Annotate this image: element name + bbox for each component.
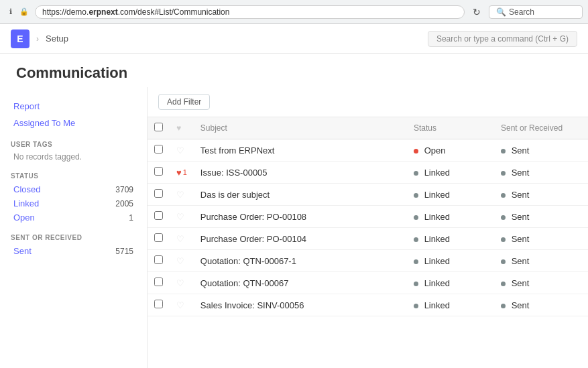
sent-received-section-label: SENT OR RECEIVED bbox=[11, 234, 136, 241]
sidebar-status-item[interactable]: Closed3709 bbox=[11, 182, 136, 196]
app-navbar: E › Setup Search or type a command (Ctrl… bbox=[0, 24, 588, 54]
header-sent-received: Sent or Received bbox=[494, 117, 588, 139]
sidebar-status-item[interactable]: Linked2005 bbox=[11, 196, 136, 210]
row-checkbox-cell bbox=[148, 272, 170, 294]
status-text: Linked bbox=[424, 212, 450, 222]
row-checkbox[interactable] bbox=[154, 233, 163, 242]
sent-dot bbox=[501, 215, 506, 220]
sidebar-item-report[interactable]: Report bbox=[11, 98, 136, 115]
status-dot bbox=[414, 237, 418, 242]
heart-icon[interactable]: ♡ bbox=[176, 256, 184, 266]
heart-icon[interactable]: ♡ bbox=[176, 212, 184, 222]
browser-search-box[interactable]: 🔍 Search bbox=[489, 5, 583, 19]
status-text: Linked bbox=[424, 168, 450, 178]
sent-dot bbox=[501, 282, 506, 286]
heart-icon[interactable]: ♡ bbox=[176, 234, 184, 244]
row-checkbox-cell bbox=[148, 206, 170, 228]
page-header: Communication bbox=[0, 54, 588, 87]
row-checkbox-cell bbox=[148, 228, 170, 250]
row-checkbox[interactable] bbox=[154, 167, 163, 176]
status-dot bbox=[414, 171, 418, 176]
subject-link[interactable]: Purchase Order: PO-00104 bbox=[200, 234, 306, 244]
row-status-cell: Linked bbox=[407, 250, 494, 272]
row-sent-cell: Sent bbox=[494, 184, 588, 206]
subject-link[interactable]: Sales Invoice: SINV-00056 bbox=[200, 300, 304, 310]
sidebar-item-assigned-to-me[interactable]: Assigned To Me bbox=[11, 115, 136, 131]
heart-icon[interactable]: ♥ bbox=[176, 168, 182, 178]
heart-badge[interactable]: ♥1 bbox=[176, 168, 187, 178]
main-content: Add Filter ♥ Subject Sta bbox=[148, 87, 588, 368]
user-tags-section-label: USER TAGS bbox=[11, 141, 136, 148]
sent-dot bbox=[501, 259, 506, 264]
lock-icon: 🔒 bbox=[19, 7, 30, 17]
address-bar[interactable]: https://demo.erpnext.com/desk#List/Commu… bbox=[35, 5, 465, 19]
heart-icon[interactable]: ♡ bbox=[176, 278, 184, 288]
sent-text: Sent bbox=[512, 234, 530, 244]
row-checkbox[interactable] bbox=[154, 255, 163, 264]
app-logo[interactable]: E bbox=[11, 29, 30, 48]
status-text: Linked bbox=[424, 300, 450, 310]
refresh-button[interactable]: ↻ bbox=[470, 7, 483, 17]
sent-dot bbox=[501, 171, 506, 176]
subject-link[interactable]: Das is der subject bbox=[200, 190, 270, 200]
table-row: ♡ Quotation: QTN-00067-1 Linked Sent bbox=[148, 250, 588, 272]
row-checkbox[interactable] bbox=[154, 189, 163, 198]
row-checkbox[interactable] bbox=[154, 211, 163, 220]
table-wrapper: ♥ Subject Status Sent or Received ♡ T bbox=[148, 117, 588, 368]
row-subject-cell: Quotation: QTN-00067 bbox=[194, 272, 407, 294]
row-status-cell: Linked bbox=[407, 228, 494, 250]
row-sent-cell: Sent bbox=[494, 228, 588, 250]
row-status-cell: Linked bbox=[407, 294, 494, 316]
row-heart-cell: ♡ bbox=[170, 272, 194, 294]
search-icon: 🔍 bbox=[496, 7, 506, 17]
status-dot bbox=[414, 215, 418, 220]
info-icon: ℹ bbox=[5, 7, 16, 17]
row-checkbox[interactable] bbox=[154, 145, 163, 154]
sidebar-status-item[interactable]: Open1 bbox=[11, 210, 136, 225]
row-sent-cell: Sent bbox=[494, 294, 588, 316]
heart-icon[interactable]: ♡ bbox=[176, 190, 184, 200]
row-checkbox[interactable] bbox=[154, 278, 163, 286]
row-sent-cell: Sent bbox=[494, 206, 588, 228]
url-text: https://demo.erpnext.com/desk#List/Commu… bbox=[42, 7, 229, 17]
sent-text: Sent bbox=[512, 212, 530, 222]
sent-dot bbox=[501, 304, 506, 308]
subject-link[interactable]: Test from ERPNext bbox=[200, 145, 275, 156]
sidebar-status-label: Closed bbox=[13, 184, 40, 194]
subject-link[interactable]: Quotation: QTN-00067 bbox=[200, 278, 289, 288]
subject-link[interactable]: Issue: ISS-00005 bbox=[200, 168, 268, 178]
sidebar-sent-received-item[interactable]: Sent5715 bbox=[11, 244, 136, 258]
sent-dot bbox=[501, 237, 506, 242]
sidebar-status-count: 3709 bbox=[115, 185, 133, 194]
sent-text: Sent bbox=[512, 278, 530, 288]
heart-icon[interactable]: ♡ bbox=[176, 145, 184, 156]
row-status-cell: Linked bbox=[407, 162, 494, 184]
row-heart-cell: ♡ bbox=[170, 294, 194, 316]
row-status-cell: Linked bbox=[407, 184, 494, 206]
row-checkbox-cell bbox=[148, 139, 170, 162]
app-search-bar[interactable]: Search or type a command (Ctrl + G) bbox=[428, 31, 577, 47]
status-text: Linked bbox=[424, 190, 450, 200]
row-subject-cell: Das is der subject bbox=[194, 184, 407, 206]
sidebar-status-label: Open bbox=[13, 212, 35, 223]
table-row: ♡ Test from ERPNext Open Sent bbox=[148, 139, 588, 162]
browser-chrome: ℹ 🔒 https://demo.erpnext.com/desk#List/C… bbox=[0, 0, 588, 24]
table-row: ♥1 Issue: ISS-00005 Linked Sent bbox=[148, 162, 588, 184]
select-all-checkbox[interactable] bbox=[154, 123, 163, 131]
row-checkbox[interactable] bbox=[154, 300, 163, 308]
subject-link[interactable]: Quotation: QTN-00067-1 bbox=[200, 256, 296, 266]
subject-link[interactable]: Purchase Order: PO-00108 bbox=[200, 212, 306, 222]
table-row: ♡ Purchase Order: PO-00104 Linked Sent bbox=[148, 228, 588, 250]
heart-icon[interactable]: ♡ bbox=[176, 300, 184, 310]
filter-bar: Add Filter bbox=[148, 87, 588, 117]
add-filter-button[interactable]: Add Filter bbox=[158, 94, 210, 110]
like-count: 1 bbox=[183, 168, 187, 176]
header-checkbox-col bbox=[148, 117, 170, 139]
breadcrumb-setup[interactable]: Setup bbox=[46, 34, 68, 44]
table-row: ♡ Das is der subject Linked Sent bbox=[148, 184, 588, 206]
row-heart-cell: ♡ bbox=[170, 139, 194, 162]
sent-text: Sent bbox=[512, 256, 530, 266]
row-heart-cell: ♡ bbox=[170, 228, 194, 250]
sent-text: Sent bbox=[512, 145, 530, 156]
header-subject: Subject bbox=[194, 117, 407, 139]
